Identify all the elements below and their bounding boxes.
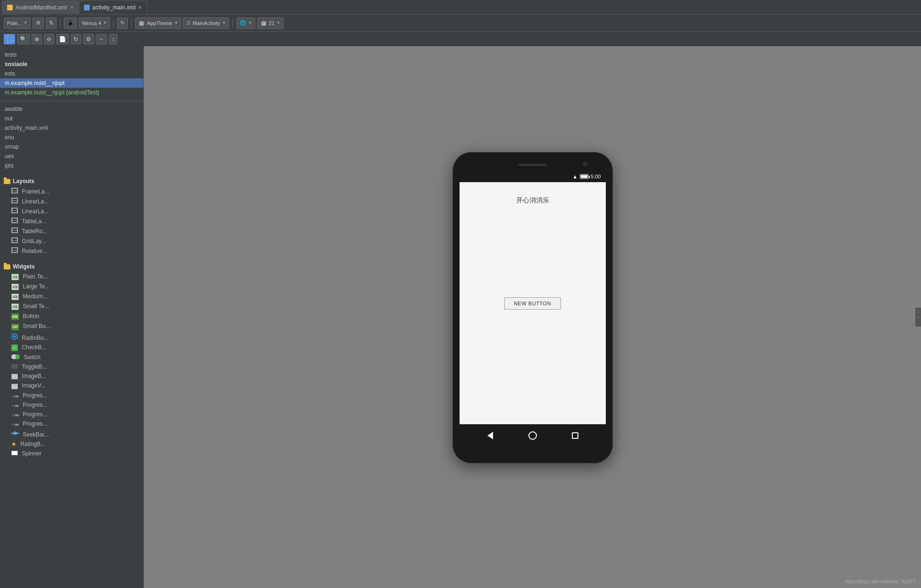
sidebar-item-tests[interactable]: tests: [0, 50, 143, 59]
radiobutton-icon: [11, 333, 18, 340]
settings2-btn[interactable]: ⚙: [83, 34, 94, 44]
sidebar-item-small-button[interactable]: OK Small Bu...: [0, 321, 143, 332]
sidebar-item-linearlayout2[interactable]: LinearLa...: [0, 206, 143, 216]
apptheme-label: AppTheme: [147, 20, 172, 26]
sidebar-item-tablerow[interactable]: TableRo...: [0, 226, 143, 236]
progressbar2-icon: [11, 405, 19, 407]
sidebar-item-package-test[interactable]: m.example.nuist__njupt (androidTest): [0, 88, 143, 97]
sidebar-item-tablelayout[interactable]: TableLa...: [0, 216, 143, 226]
sidebar-item-checkbox[interactable]: ✓ CheckB...: [0, 343, 143, 353]
sidebar-item-spinner[interactable]: Spinner: [0, 449, 143, 458]
zoom-in-btn[interactable]: ⊕: [32, 34, 42, 44]
sidebar-item-gridlayout[interactable]: GridLay...: [0, 236, 143, 246]
nexus-dropdown[interactable]: Nexus 4 ▼: [79, 17, 110, 29]
sidebar-item-imagebutton[interactable]: 🖼 ImageB...: [0, 371, 143, 381]
device-type-btn[interactable]: 📱: [64, 17, 77, 29]
rotate-btn[interactable]: ↻: [117, 17, 128, 29]
tab-androidmanifest[interactable]: AndroidManifest.xml ✕: [2, 0, 79, 14]
sidebar-item-progressbar4[interactable]: Progres...: [0, 419, 143, 428]
phone-mockup: ▲ 5:00 开心消消乐 NEW BUTTON: [452, 152, 613, 463]
sidebar-item-imageview[interactable]: 🖼 ImageV...: [0, 381, 143, 391]
imageview-icon: 🖼: [11, 384, 18, 389]
sidebar-item-medium-text[interactable]: Ab Medium...: [0, 292, 143, 302]
sidebar-item-togglebutton[interactable]: ToggleB...: [0, 362, 143, 371]
wifi-icon: ▲: [572, 174, 578, 179]
globe-dropdown[interactable]: 🌐 ▼: [236, 17, 255, 29]
small-button-icon: OK: [11, 324, 19, 330]
battery-icon: [580, 174, 588, 179]
mainactivity-chevron-icon: ▼: [222, 21, 226, 25]
large-text-icon: Ab: [11, 284, 19, 290]
sidebar-item-activity-main-xml[interactable]: activity_main.xml: [0, 123, 143, 133]
sidebar-item-drawable[interactable]: awable: [0, 104, 143, 114]
progressbar3-icon: [11, 414, 19, 416]
palette-dropdown[interactable]: Pale... ▼: [4, 17, 31, 29]
mainactivity-label: MainActivity: [193, 20, 220, 26]
fit-width-btn[interactable]: ↔: [96, 34, 107, 44]
gridlayout-icon: [11, 237, 18, 243]
tab-activity-main-close[interactable]: ✕: [138, 5, 142, 10]
relativelayout-icon: [11, 247, 18, 253]
sidebar-item-small-text[interactable]: Ab Small Te...: [0, 302, 143, 311]
phone-status-bar: ▲ 5:00: [460, 171, 606, 182]
device-icon: 📱: [67, 20, 74, 26]
mainactivity-dropdown[interactable]: ☰ MainActivity ▼: [183, 17, 229, 29]
nav-back-btn[interactable]: [485, 430, 496, 441]
sidebar-item-radiobutton[interactable]: RadioBu...: [0, 332, 143, 343]
sidebar-item-menu[interactable]: enu: [0, 133, 143, 142]
fit-screen-btn[interactable]: ⛶: [4, 34, 15, 44]
progressbar4-icon: [11, 424, 19, 426]
tab-activity-main[interactable]: activity_main.xml ✕: [79, 0, 147, 14]
refresh-btn[interactable]: ↻: [71, 34, 81, 44]
sidebar-item-tests2[interactable]: ests: [0, 69, 143, 78]
sidebar-item-scripts[interactable]: ipts: [0, 161, 143, 170]
seekbar-icon: [11, 430, 19, 437]
sidebar-item-values[interactable]: ues: [0, 151, 143, 161]
battery-fill: [581, 175, 587, 178]
sidebar-item-package-main[interactable]: m.example.nuist__njupt: [0, 78, 143, 88]
sidebar-item-progressbar2[interactable]: Progres...: [0, 400, 143, 410]
nav-home-icon: [528, 431, 537, 440]
sidebar-item-progressbar1[interactable]: Progres...: [0, 391, 143, 400]
sidebar-item-large-text[interactable]: Ab Large Te...: [0, 282, 143, 292]
sidebar-item-button[interactable]: OK Button: [0, 311, 143, 321]
xml-view-btn[interactable]: 📄: [56, 34, 69, 44]
sidebar-item-layout[interactable]: out: [0, 114, 143, 123]
phone-new-button[interactable]: NEW BUTTON: [504, 297, 561, 310]
plain-text-icon: Ab: [11, 274, 19, 280]
xml-orange-icon: [7, 5, 13, 10]
sidebar-item-ratingbar[interactable]: ★ RatingB...: [0, 439, 143, 449]
nav-recent-btn[interactable]: [569, 430, 581, 441]
medium-text-icon: Ab: [11, 294, 19, 300]
orientation-btn[interactable]: ⇅: [46, 17, 57, 29]
sidebar-item-linearlayout1[interactable]: LinearLa...: [0, 196, 143, 206]
sidebar-item-framelayout[interactable]: FrameLa...: [0, 186, 143, 196]
settings-btn[interactable]: ⚙: [33, 17, 44, 29]
sidebar-item-mipmap[interactable]: omap: [0, 142, 143, 151]
sidebar-item-seekbar[interactable]: SeekBar...: [0, 428, 143, 439]
nexus-chevron-icon: ▼: [103, 21, 107, 25]
linearlayout2-icon: [11, 208, 18, 213]
zoom-out-btn[interactable]: ⊖: [44, 34, 54, 44]
sep3: [131, 18, 132, 28]
right-panel-toggle[interactable]: ›: [915, 308, 921, 327]
api-dropdown[interactable]: 🤖 21 ▼: [257, 17, 284, 29]
sidebar-item-plain-text[interactable]: Ab Plain Te...: [0, 272, 143, 282]
phone-bottom: [460, 447, 606, 456]
zoom-btn[interactable]: 🔍: [17, 34, 30, 44]
sidebar-item-relativelayout[interactable]: Relative...: [0, 246, 143, 256]
phone-camera: [583, 162, 587, 166]
sidebar-item-switch[interactable]: Switch: [0, 353, 143, 362]
sidebar-item-project[interactable]: xoxiaole: [0, 59, 143, 69]
widgets-header: Widgets: [0, 261, 143, 272]
widgets-title: Widgets: [13, 263, 35, 270]
fit-height-btn[interactable]: ↕: [109, 34, 117, 44]
phone-screen: ▲ 5:00 开心消消乐 NEW BUTTON: [460, 171, 606, 424]
tab-androidmanifest-close[interactable]: ✕: [70, 5, 74, 10]
sidebar-item-progressbar3[interactable]: Progres...: [0, 410, 143, 419]
nav-home-btn[interactable]: [527, 430, 538, 441]
layouts-header: Layouts: [0, 176, 143, 186]
sidebar-mid-section: awable out activity_main.xml enu omap ue…: [0, 101, 143, 173]
imagebutton-icon: 🖼: [11, 374, 18, 379]
apptheme-dropdown[interactable]: 🤖 AppTheme ▼: [135, 17, 181, 29]
